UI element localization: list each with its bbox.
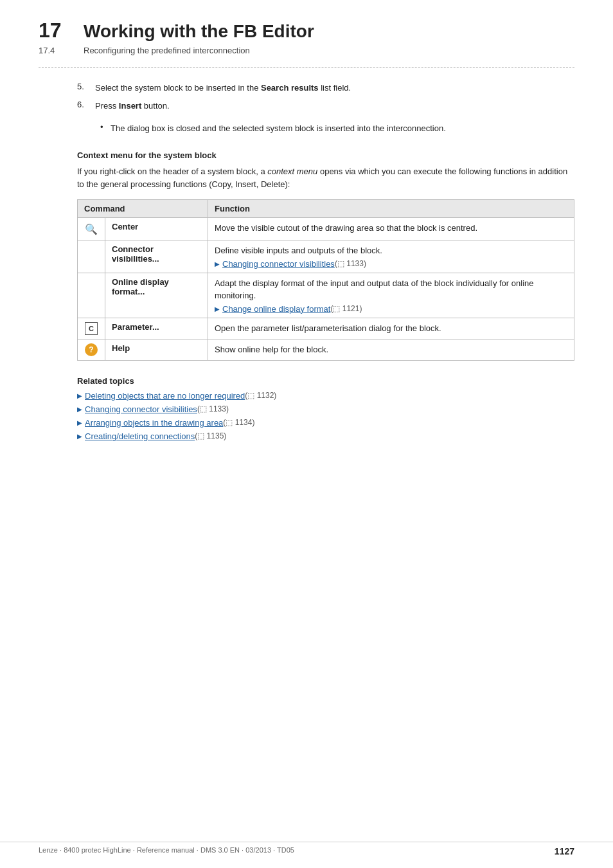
- step-6-sub: • The dialog box is closed and the selec…: [77, 122, 574, 135]
- step-5-num: 5.: [77, 82, 95, 91]
- cmd-name-cell: Connector visibilities...: [105, 240, 208, 273]
- search-icon: 🔍: [84, 222, 98, 236]
- chapter-title: Working with the FB Editor: [84, 19, 314, 42]
- function-text: Adapt the display format of the input an…: [215, 278, 534, 301]
- arrow-icon: ▶: [215, 305, 220, 312]
- cmd-name-cell: Parameter...: [105, 318, 208, 339]
- bullet-item: • The dialog box is closed and the selec…: [100, 122, 574, 135]
- help-icon: ?: [85, 343, 98, 356]
- related-link-text[interactable]: Creating/deleting connections: [85, 431, 195, 441]
- cmd-icon-cell: [78, 273, 105, 318]
- page-number: 1127: [555, 846, 574, 856]
- function-text: Open the parameter list/parameterisation…: [215, 323, 441, 333]
- page-ref: (⬚ 1133): [335, 259, 366, 268]
- table-row: ?HelpShow online help for the block.: [78, 339, 574, 360]
- related-page-ref: (⬚ 1135): [195, 431, 226, 440]
- related-page-ref: (⬚ 1133): [197, 404, 229, 413]
- step-6-text: Press Insert button.: [95, 100, 170, 113]
- steps-list: 5. Select the system block to be inserte…: [77, 82, 574, 112]
- step-5: 5. Select the system block to be inserte…: [77, 82, 574, 95]
- function-text: Define visible inputs and outputs of the…: [215, 246, 382, 255]
- cmd-function-cell: Show online help for the block.: [208, 339, 574, 360]
- related-topics-list: ▶Deleting objects that are no longer req…: [77, 391, 574, 441]
- cmd-icon-cell: [78, 240, 105, 273]
- cmd-function-cell: Adapt the display format of the input an…: [208, 273, 574, 318]
- step-5-text: Select the system block to be inserted i…: [95, 82, 351, 95]
- arrow-icon: ▶: [77, 419, 82, 426]
- related-link-text[interactable]: Changing connector visibilities: [85, 404, 197, 414]
- link-text[interactable]: Change online display format: [222, 304, 330, 314]
- page-header: 17 Working with the FB Editor: [39, 19, 574, 42]
- table-row: Connector visibilities...Define visible …: [78, 240, 574, 273]
- related-link-text[interactable]: Arranging objects in the drawing area: [85, 418, 223, 428]
- cmd-icon-cell: ?: [78, 339, 105, 360]
- function-link: ▶Changing connector visibilities (⬚ 1133…: [215, 259, 567, 269]
- bullet-dot: •: [100, 122, 111, 132]
- param-icon: C: [85, 322, 98, 335]
- cmd-icon-cell: C: [78, 318, 105, 339]
- section-title: Reconfiguring the predefined interconnec…: [84, 46, 250, 55]
- context-menu-intro: If you right-click on the header of a sy…: [77, 165, 574, 192]
- related-item: ▶Changing connector visibilities (⬚ 1133…: [77, 404, 574, 414]
- page-footer: Lenze · 8400 protec HighLine · Reference…: [0, 842, 613, 856]
- cmd-name-cell: Help: [105, 339, 208, 360]
- related-page-ref: (⬚ 1134): [223, 418, 254, 427]
- arrow-icon: ▶: [77, 433, 82, 440]
- footer-left: Lenze · 8400 protec HighLine · Reference…: [39, 846, 294, 856]
- cmd-name-cell: Online display format...: [105, 273, 208, 318]
- section-number: 17.4: [39, 46, 84, 55]
- related-item: ▶Deleting objects that are no longer req…: [77, 391, 574, 401]
- cmd-function-cell: Open the parameter list/parameterisation…: [208, 318, 574, 339]
- function-link: ▶Change online display format (⬚ 1121): [215, 304, 567, 314]
- cmd-function-cell: Move the visible cutout of the drawing a…: [208, 218, 574, 240]
- col-command: Command: [78, 200, 208, 218]
- related-item: ▶Creating/deleting connections (⬚ 1135): [77, 431, 574, 441]
- page-ref: (⬚ 1121): [330, 304, 362, 313]
- section-label: 17.4 Reconfiguring the predefined interc…: [39, 46, 574, 55]
- table-row: CParameter...Open the parameter list/par…: [78, 318, 574, 339]
- table-row: 🔍CenterMove the visible cutout of the dr…: [78, 218, 574, 240]
- arrow-icon: ▶: [215, 260, 220, 267]
- link-text[interactable]: Changing connector visibilities: [222, 259, 335, 269]
- divider: [39, 67, 574, 68]
- command-table: Command Function 🔍CenterMove the visible…: [77, 199, 574, 361]
- cmd-function-cell: Define visible inputs and outputs of the…: [208, 240, 574, 273]
- related-topics-section: Related topics ▶Deleting objects that ar…: [77, 376, 574, 441]
- related-page-ref: (⬚ 1132): [245, 391, 276, 400]
- chapter-number: 17: [39, 19, 84, 42]
- related-item: ▶Arranging objects in the drawing area (…: [77, 418, 574, 428]
- cmd-icon-cell: 🔍: [78, 218, 105, 240]
- related-link-text[interactable]: Deleting objects that are no longer requ…: [85, 391, 245, 401]
- bullet-text: The dialog box is closed and the selecte…: [111, 122, 446, 135]
- arrow-icon: ▶: [77, 392, 82, 399]
- step-6: 6. Press Insert button.: [77, 100, 574, 113]
- step-6-num: 6.: [77, 100, 95, 109]
- function-text: Show online help for the block.: [215, 345, 328, 354]
- function-text: Move the visible cutout of the drawing a…: [215, 223, 477, 233]
- col-function: Function: [208, 200, 574, 218]
- arrow-icon: ▶: [77, 406, 82, 413]
- context-menu-heading: Context menu for the system block: [77, 150, 574, 160]
- related-topics-heading: Related topics: [77, 376, 574, 386]
- table-row: Online display format...Adapt the displa…: [78, 273, 574, 318]
- cmd-name-cell: Center: [105, 218, 208, 240]
